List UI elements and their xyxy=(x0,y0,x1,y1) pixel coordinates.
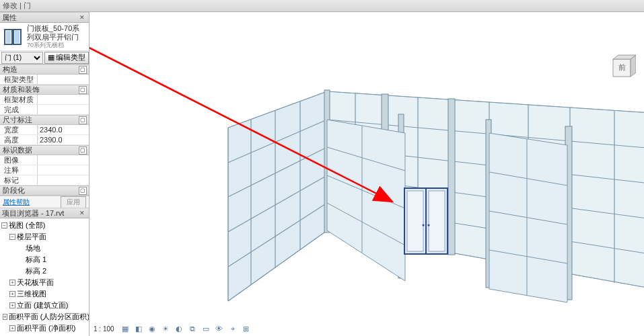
instance-dropdown[interactable]: 门 (1) xyxy=(1,52,43,64)
tree-node-elevation[interactable]: +立面 (建筑立面) xyxy=(1,300,89,311)
tool-crop-icon[interactable]: ▭ xyxy=(201,323,211,334)
svg-point-54 xyxy=(423,224,425,226)
tool-hide-icon[interactable]: 👁 xyxy=(214,323,225,334)
building-model[interactable] xyxy=(90,12,644,336)
collapse-icon[interactable]: ▢ xyxy=(79,66,87,74)
svg-rect-53 xyxy=(429,191,445,251)
svg-marker-60 xyxy=(631,55,636,77)
instance-selector-row: 门 (1) ▦ 编辑类型 xyxy=(0,51,89,65)
svg-text:前: 前 xyxy=(618,63,626,71)
browser-title: 项目浏览器 - 17.rvt xyxy=(2,208,64,218)
tool-detail-icon[interactable]: ◧ xyxy=(133,323,144,334)
browser-panel-header[interactable]: 项目浏览器 - 17.rvt ✕ xyxy=(0,208,89,218)
tree-leaf[interactable]: 场地 xyxy=(1,243,89,254)
prop-category-constraints[interactable]: 构造▢ xyxy=(0,65,89,75)
family-type: 70系列无横档 xyxy=(27,42,86,49)
svg-marker-22 xyxy=(228,91,327,301)
tree-node-ceiling[interactable]: +天花板平面 xyxy=(1,277,89,288)
svg-rect-2 xyxy=(6,31,11,43)
svg-rect-52 xyxy=(407,191,423,251)
tree-node-area1[interactable]: +面积平面 (人防分区面积) xyxy=(1,311,89,323)
edit-type-label: 编辑类型 xyxy=(56,52,85,62)
svg-rect-3 xyxy=(15,31,20,43)
properties-title: 属性 xyxy=(2,13,17,23)
tool-shadow-icon[interactable]: ◐ xyxy=(174,323,184,334)
collapse-icon[interactable]: ▢ xyxy=(79,146,87,155)
tool-render-icon[interactable]: ⧉ xyxy=(187,323,198,334)
prop-category-identity[interactable]: 标识数据▢ xyxy=(0,145,89,155)
tree-node-floorplans[interactable]: −楼层平面 xyxy=(1,231,89,243)
tree-node-area2[interactable]: +面积平面 (净面积) xyxy=(1,323,89,334)
properties-close-icon[interactable]: ✕ xyxy=(77,13,87,22)
3d-viewport[interactable]: 前 1 : 100 ▦ ◧ ◉ ☀ ◐ ⧉ ▭ 👁 ⌖ ⊞ xyxy=(90,12,644,336)
prop-row: 框架材质 xyxy=(0,95,89,105)
prop-row: 框架类型 xyxy=(0,75,89,85)
tool-graphic-icon[interactable]: ▦ xyxy=(120,323,131,334)
door-instance xyxy=(404,188,448,254)
apply-button[interactable]: 应用 xyxy=(61,196,86,208)
svg-rect-36 xyxy=(448,99,455,255)
prop-row: 注释 xyxy=(0,165,89,175)
svg-point-55 xyxy=(428,224,430,226)
tool-visual-style-icon[interactable]: ◉ xyxy=(147,323,157,334)
door-icon xyxy=(3,26,24,48)
svg-marker-40 xyxy=(327,120,405,281)
properties-footer: 属性帮助 应用 xyxy=(0,196,89,208)
prop-category-phasing[interactable]: 阶段化▢ xyxy=(0,185,89,196)
prop-row: 高度2390.0 xyxy=(0,135,89,145)
properties-help-link[interactable]: 属性帮助 xyxy=(3,198,30,207)
edit-type-button[interactable]: ▦ 编辑类型 xyxy=(44,52,89,64)
collapse-icon[interactable]: ▢ xyxy=(79,187,87,195)
title-text: 修改 | 门 xyxy=(3,1,31,11)
edit-type-icon: ▦ xyxy=(48,53,55,62)
prop-row: 完成 xyxy=(0,105,89,115)
collapse-icon[interactable]: ▢ xyxy=(79,86,87,94)
family-type-display[interactable]: 门嵌板_50-70系列双扇平开铝门 70系列无横档 xyxy=(0,23,89,51)
properties-panel-header[interactable]: 属性 ✕ xyxy=(0,12,89,23)
tree-leaf[interactable]: 标高 2 xyxy=(1,265,89,277)
collapse-icon[interactable]: ▢ xyxy=(79,116,87,124)
tree-leaf[interactable]: 标高 1 xyxy=(1,254,89,265)
properties-grid: 构造▢ 框架类型 材质和装饰▢ 框架材质 完成 尺寸标注▢ 宽度2340.0 高… xyxy=(0,65,89,196)
tool-reveal-icon[interactable]: ⌖ xyxy=(227,323,238,334)
title-bar: 修改 | 门 xyxy=(0,0,644,12)
prop-category-dimensions[interactable]: 尺寸标注▢ xyxy=(0,115,89,125)
tree-node-views[interactable]: −视图 (全部) xyxy=(1,220,89,231)
tool-constraints-icon[interactable]: ⊞ xyxy=(241,323,252,334)
prop-row: 图像 xyxy=(0,155,89,165)
prop-category-materials[interactable]: 材质和装饰▢ xyxy=(0,85,89,95)
left-column: 属性 ✕ 门嵌板_50-70系列双扇平开铝门 70系列无横档 门 (1) xyxy=(0,12,90,336)
viewcube[interactable]: 前 xyxy=(604,52,636,85)
view-control-bar: 1 : 100 ▦ ◧ ◉ ☀ ◐ ⧉ ▭ 👁 ⌖ ⊞ xyxy=(91,323,254,335)
browser-close-icon[interactable]: ✕ xyxy=(77,209,87,217)
scale-display[interactable]: 1 : 100 xyxy=(94,325,117,333)
prop-row: 宽度2340.0 xyxy=(0,125,89,135)
prop-row: 标记 xyxy=(0,175,89,185)
tool-sun-icon[interactable]: ☀ xyxy=(160,323,171,334)
project-browser[interactable]: −视图 (全部) −楼层平面 场地 标高 1 标高 2 +天花板平面 +三维视图… xyxy=(0,218,89,336)
family-name: 门嵌板_50-70系列双扇平开铝门 xyxy=(27,24,86,42)
tree-node-3d[interactable]: +三维视图 xyxy=(1,288,89,300)
